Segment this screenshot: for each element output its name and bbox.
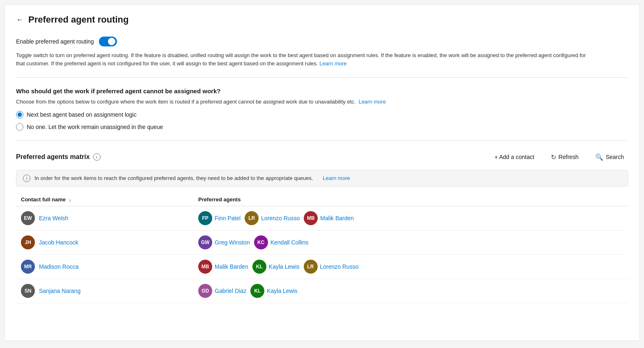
- agent-name[interactable]: Lorenzo Russo: [261, 215, 300, 221]
- page-title: Preferred agent routing: [28, 14, 128, 25]
- agents-cell: GW Greg Winston KC Kendall Collins: [193, 230, 628, 254]
- add-contact-button[interactable]: + Add a contact: [490, 151, 539, 163]
- contact-cell: MR Madison Rocca: [16, 254, 193, 279]
- agents-list: GW Greg Winston KC Kendall Collins: [198, 235, 623, 249]
- agent-chip: KL Kayla Lewis: [250, 284, 298, 298]
- agent-chip: GW Greg Winston: [198, 235, 250, 249]
- agent-chip: KL Kayla Lewis: [252, 260, 300, 274]
- matrix-section: Preferred agents matrix i + Add a contac…: [16, 151, 628, 303]
- agent-avatar: KL: [252, 260, 266, 274]
- table-row: MR Madison Rocca MB Malik Barden KL Kayl…: [16, 254, 628, 279]
- info-banner: i In order for the work items to reach t…: [16, 170, 628, 187]
- radio-no-one[interactable]: No one. Let the work remain unassigned i…: [16, 123, 628, 131]
- agent-name[interactable]: Kendall Collins: [270, 239, 309, 246]
- search-label: Search: [606, 154, 624, 160]
- agents-matrix-table: Contact full name ↓ Preferred agents EW …: [16, 193, 628, 303]
- agent-chip: LR Lorenzo Russo: [304, 260, 359, 274]
- agent-chip: MB Malik Barden: [198, 260, 248, 274]
- agent-name[interactable]: Malik Barden: [320, 215, 354, 221]
- refresh-icon: ↻: [551, 153, 556, 161]
- contact-avatar: JH: [21, 235, 35, 249]
- agent-avatar: GW: [198, 235, 212, 249]
- agent-avatar: LR: [245, 211, 259, 225]
- agents-list: MB Malik Barden KL Kayla Lewis LR Lorenz…: [198, 260, 623, 274]
- agent-avatar: KC: [254, 235, 268, 249]
- agent-avatar: KL: [250, 284, 264, 298]
- refresh-button[interactable]: ↻ Refresh: [547, 151, 583, 164]
- toggle-thumb: [108, 38, 115, 45]
- matrix-header-row: Preferred agents matrix i + Add a contac…: [16, 151, 628, 164]
- search-icon: 🔍: [595, 153, 603, 161]
- toggle-learn-more-link[interactable]: Learn more: [319, 60, 346, 67]
- agent-chip: MB Malik Barden: [304, 211, 354, 225]
- back-button[interactable]: ←: [16, 16, 23, 24]
- search-button[interactable]: 🔍 Search: [591, 151, 628, 164]
- agent-avatar: FP: [198, 211, 212, 225]
- page-header: ← Preferred agent routing: [16, 14, 628, 25]
- contact-avatar: EW: [21, 211, 35, 225]
- agent-name[interactable]: Finn Patel: [215, 215, 241, 221]
- contact-avatar: MR: [21, 260, 35, 274]
- toggle-description: Toggle switch to turn on preferred agent…: [16, 51, 591, 67]
- radio-next-best[interactable]: Next best agent based on assignment logi…: [16, 111, 628, 118]
- routing-description: Choose from the options below to configu…: [16, 98, 591, 106]
- matrix-actions: + Add a contact ↻ Refresh 🔍 Search: [490, 151, 628, 164]
- radio-next-best-label: Next best agent based on assignment logi…: [27, 111, 137, 118]
- sort-arrow[interactable]: ↓: [69, 197, 71, 202]
- table-row: EW Ezra Welsh FP Finn Patel LR Lorenzo R…: [16, 206, 628, 230]
- enable-routing-toggle[interactable]: [99, 37, 117, 46]
- info-banner-icon: i: [23, 175, 30, 182]
- agent-chip: LR Lorenzo Russo: [245, 211, 300, 225]
- agent-avatar: MB: [304, 211, 318, 225]
- radio-next-best-input[interactable]: [16, 111, 23, 118]
- col-contact-name: Contact full name ↓: [16, 193, 193, 206]
- agent-name[interactable]: Kayla Lewis: [267, 288, 298, 294]
- agents-cell: MB Malik Barden KL Kayla Lewis LR Lorenz…: [193, 254, 628, 279]
- routing-learn-more-link[interactable]: Learn more: [359, 99, 386, 105]
- page-container: ← Preferred agent routing Enable preferr…: [4, 4, 640, 341]
- agents-list: FP Finn Patel LR Lorenzo Russo MB Malik …: [198, 211, 623, 225]
- contact-cell: SN Sanjana Narang: [16, 279, 193, 303]
- agent-name[interactable]: Kayla Lewis: [269, 263, 300, 270]
- matrix-info-icon[interactable]: i: [93, 153, 101, 161]
- contact-cell-inner: MR Madison Rocca: [21, 260, 188, 274]
- agent-chip: FP Finn Patel: [198, 211, 241, 225]
- agents-list: GD Gabriel Diaz KL Kayla Lewis: [198, 284, 623, 298]
- agent-name[interactable]: Greg Winston: [215, 239, 250, 246]
- banner-learn-more-link[interactable]: Learn more: [323, 175, 350, 181]
- contact-name[interactable]: Ezra Welsh: [39, 215, 68, 221]
- agents-cell: FP Finn Patel LR Lorenzo Russo MB Malik …: [193, 206, 628, 230]
- agent-avatar: GD: [198, 284, 212, 298]
- radio-no-one-input[interactable]: [16, 123, 23, 131]
- agent-chip: KC Kendall Collins: [254, 235, 309, 249]
- contact-cell-inner: SN Sanjana Narang: [21, 284, 188, 298]
- agents-cell: GD Gabriel Diaz KL Kayla Lewis: [193, 279, 628, 303]
- contact-cell-inner: EW Ezra Welsh: [21, 211, 188, 225]
- refresh-label: Refresh: [559, 154, 579, 160]
- radio-no-one-label: No one. Let the work remain unassigned i…: [27, 124, 163, 130]
- agent-name[interactable]: Lorenzo Russo: [320, 263, 359, 270]
- toggle-row: Enable preferred agent routing: [16, 37, 628, 46]
- contact-name[interactable]: Sanjana Narang: [39, 288, 80, 294]
- info-banner-text: In order for the work items to reach the…: [34, 175, 313, 181]
- contact-cell: JH Jacob Hancock: [16, 230, 193, 254]
- table-row: SN Sanjana Narang GD Gabriel Diaz KL Kay…: [16, 279, 628, 303]
- agent-avatar: LR: [304, 260, 318, 274]
- contact-avatar: SN: [21, 284, 35, 298]
- toggle-label: Enable preferred agent routing: [16, 38, 94, 45]
- table-row: JH Jacob Hancock GW Greg Winston KC Kend…: [16, 230, 628, 254]
- agent-name[interactable]: Malik Barden: [215, 263, 248, 270]
- agent-name[interactable]: Gabriel Diaz: [215, 288, 246, 294]
- col-preferred-agents: Preferred agents: [193, 193, 628, 206]
- matrix-title-group: Preferred agents matrix i: [16, 153, 101, 161]
- contact-cell-inner: JH Jacob Hancock: [21, 235, 188, 249]
- routing-section: Who should get the work if preferred age…: [16, 88, 628, 141]
- contact-name[interactable]: Madison Rocca: [39, 263, 79, 270]
- contact-name[interactable]: Jacob Hancock: [39, 239, 78, 246]
- toggle-section: Enable preferred agent routing Toggle sw…: [16, 37, 628, 78]
- agent-chip: GD Gabriel Diaz: [198, 284, 246, 298]
- routing-heading: Who should get the work if preferred age…: [16, 88, 628, 94]
- agent-avatar: MB: [198, 260, 212, 274]
- matrix-title: Preferred agents matrix: [16, 153, 90, 161]
- table-header-row: Contact full name ↓ Preferred agents: [16, 193, 628, 206]
